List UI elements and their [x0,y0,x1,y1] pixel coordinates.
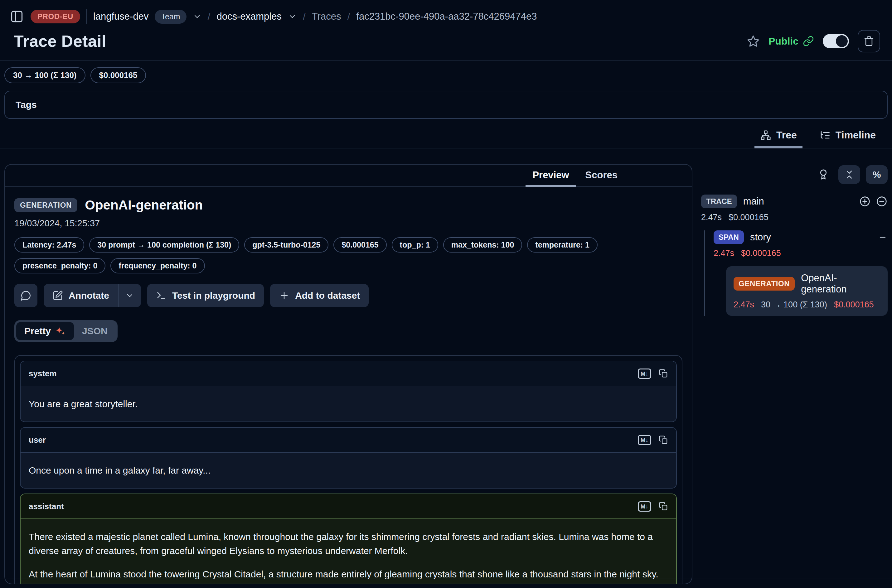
tab-preview[interactable]: Preview [526,165,576,186]
generation-stats: 2.47s 30 → 100 (Σ 130) $0.000165 [734,300,880,310]
observation-header: GENERATION OpenAI-generation [14,198,682,213]
copy-icon[interactable] [659,435,668,445]
tree-node-trace[interactable]: TRACE main [701,195,887,208]
trace-tree: TRACE main 2.47s $0.000165 SPAN story [701,195,887,316]
cost-badge: $0.000165 [90,68,146,83]
format-toggle: Pretty JSON [14,320,117,342]
message-content: Once upon a time in a galaxy far, far aw… [21,453,676,488]
public-link[interactable]: Public [769,36,814,47]
percent-icon: % [872,169,881,180]
observation-timestamp: 19/03/2024, 15:25:37 [14,218,682,228]
tab-tree[interactable]: Tree [754,124,802,148]
trace-badge: TRACE [701,195,737,208]
trace-badges: 30 → 100 (Σ 130) $0.000165 [0,60,892,90]
trace-latency: 2.47s [701,213,722,222]
chevron-down-icon[interactable] [288,12,297,21]
generation-latency: 2.47s [734,300,754,310]
tags-box[interactable]: Tags [5,91,887,119]
collapse-all-button[interactable] [838,165,860,184]
annotate-label: Annotate [69,290,109,301]
param-max-tokens: max_tokens: 100 [443,237,523,252]
format-pretty[interactable]: Pretty [16,322,74,340]
span-name: story [750,232,771,243]
award-icon [817,169,829,180]
generation-badge: GENERATION [734,277,795,291]
param-presence-penalty: presence_penalty: 0 [14,258,105,273]
generation-name: OpenAI-generation [801,273,880,295]
token-usage-badge: 30 → 100 (Σ 130) [5,68,86,83]
trace-name: main [743,196,764,207]
tree-controls: % [701,165,887,184]
observation-params-row2: presence_penalty: 0 frequency_penalty: 0 [14,258,682,273]
format-json[interactable]: JSON [74,322,116,340]
sparkles-icon [55,326,66,336]
assistant-paragraph: There existed a majestic planet called L… [29,530,668,558]
tree-view-icon [760,130,771,141]
test-in-playground-button[interactable]: Test in playground [147,284,264,307]
breadcrumb-project[interactable]: docs-examples [216,11,281,22]
markdown-toggle-icon[interactable]: M↓ [638,369,651,379]
copy-icon[interactable] [659,369,668,378]
span-stats: 2.47s $0.000165 [713,249,887,258]
chevron-down-icon [125,291,134,300]
messages-container: system M↓ You are a great storyteller. u… [14,355,682,584]
span-cost: $0.000165 [741,249,781,258]
tab-timeline-label: Timeline [836,129,876,141]
message-role: system [29,369,57,378]
breadcrumb-org[interactable]: langfuse-dev [93,11,149,22]
breadcrumb-slash: / [347,11,350,22]
copy-icon[interactable] [659,502,668,511]
annotate-queue-button[interactable] [814,165,833,184]
span-children: GENERATION OpenAI-generation 2.47s 30 → … [717,266,887,316]
panel-left-icon [10,10,24,23]
delete-trace-button[interactable] [858,30,880,52]
comment-button[interactable] [14,284,38,307]
minus-icon[interactable] [878,232,887,242]
toggle-metrics-button[interactable]: % [866,165,887,184]
annotate-button[interactable]: Annotate [44,284,118,307]
message-header: user M↓ [21,428,676,453]
playground-label: Test in playground [172,290,255,301]
trace-children: SPAN story 2.47s $0.000165 GENERATION Op… [704,230,887,316]
message-header: system M↓ [21,362,676,386]
star-icon[interactable] [747,34,760,48]
tree-node-generation-selected[interactable]: GENERATION OpenAI-generation 2.47s 30 → … [726,266,887,316]
param-top-p: top_p: 1 [392,237,438,252]
public-toggle[interactable] [823,34,849,48]
page-title: Trace Detail [14,32,107,51]
annotate-split-button: Annotate [44,284,141,307]
link-icon [803,36,814,47]
observation-title: OpenAI-generation [85,198,203,213]
span-latency: 2.47s [713,249,734,258]
sidebar-toggle-button[interactable] [9,9,24,24]
assistant-paragraph: At the heart of Lumina stood the towerin… [29,567,668,584]
edit-icon [53,290,63,301]
plus-circle-icon[interactable] [859,195,871,207]
toggle-knob [836,35,848,47]
plus-icon [279,290,290,301]
panel-body: GENERATION OpenAI-generation 19/03/2024,… [5,187,692,584]
annotate-dropdown-button[interactable] [119,284,141,307]
markdown-toggle-icon[interactable]: M↓ [638,435,651,445]
breadcrumb-traces[interactable]: Traces [312,11,341,22]
tab-timeline[interactable]: Timeline [814,124,881,148]
view-tabs: Tree Timeline [0,124,892,148]
chevrons-down-up-icon [844,169,854,180]
chevron-down-icon[interactable] [193,12,201,21]
markdown-toggle-icon[interactable]: M↓ [638,501,651,512]
observation-type-badge: GENERATION [14,198,77,212]
minus-circle-icon[interactable] [876,195,887,207]
tab-scores[interactable]: Scores [578,165,625,186]
public-label: Public [769,36,799,47]
message-role: user [29,435,46,445]
action-buttons: Annotate Test in playground Add to datas… [14,284,682,307]
top-bar: PROD-EU langfuse-dev Team / docs-example… [0,0,892,26]
trace-stats: 2.47s $0.000165 [701,213,887,222]
tree-node-span[interactable]: SPAN story [713,230,887,244]
terminal-icon [156,290,167,301]
tab-tree-label: Tree [776,129,797,141]
add-to-dataset-button[interactable]: Add to dataset [270,284,369,307]
main-area: Preview Scores GENERATION OpenAI-generat… [0,164,892,584]
message-user: user M↓ Once upon a time in a galaxy far… [20,427,677,489]
timeline-icon [819,130,830,141]
